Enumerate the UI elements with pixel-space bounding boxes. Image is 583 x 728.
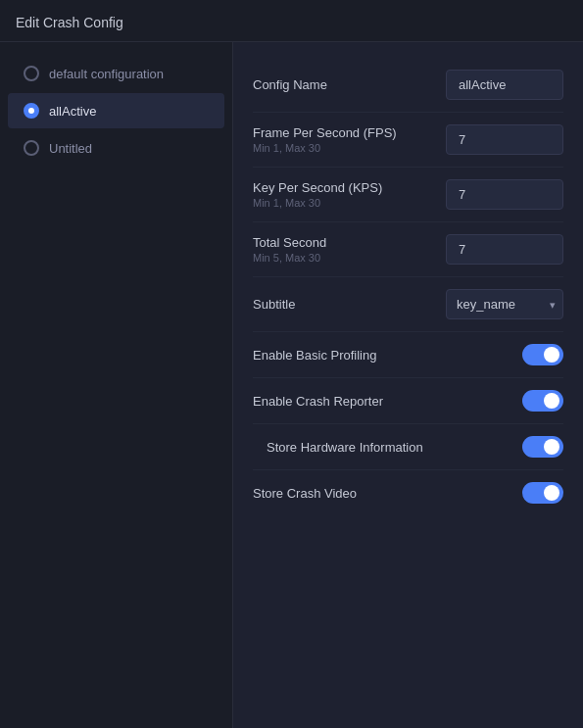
store-crash-video-toggle[interactable]	[522, 482, 563, 504]
kps-input[interactable]	[446, 179, 563, 210]
fps-input[interactable]	[446, 124, 563, 155]
content-panel: Config Name Frame Per Second (FPS) Min 1…	[233, 42, 583, 728]
kps-row: Key Per Second (KPS) Min 1, Max 30	[253, 168, 563, 222]
kps-label: Key Per Second (KPS) Min 1, Max 30	[253, 180, 446, 209]
subtitle-select[interactable]: key_name none custom	[446, 289, 563, 319]
store-hardware-row: Store Hardware Information	[253, 424, 563, 470]
subtitle-label: Subtitle	[253, 297, 446, 312]
radio-default	[24, 66, 39, 81]
toggle-slider-crash-reporter	[522, 390, 563, 412]
main-layout: default configuration allActive Untitled…	[0, 42, 583, 728]
enable-crash-reporter-row: Enable Crash Reporter	[253, 378, 563, 424]
toggle-slider-crash-video	[522, 482, 563, 504]
radio-untitled	[24, 140, 39, 156]
enable-crash-reporter-toggle[interactable]	[522, 390, 563, 412]
enable-basic-profiling-row: Enable Basic Profiling	[253, 332, 563, 378]
sidebar-item-allactive[interactable]: allActive	[8, 93, 224, 128]
sidebar-item-label-allactive: allActive	[49, 104, 96, 119]
sidebar: default configuration allActive Untitled	[0, 42, 233, 728]
enable-crash-reporter-label: Enable Crash Reporter	[253, 394, 522, 409]
total-second-label: Total Second Min 5, Max 30	[253, 235, 446, 264]
header: Edit Crash Config	[0, 0, 583, 42]
config-name-label: Config Name	[253, 77, 446, 92]
radio-allactive	[24, 103, 39, 119]
total-second-input[interactable]	[446, 234, 563, 265]
fps-label: Frame Per Second (FPS) Min 1, Max 30	[253, 125, 446, 154]
store-hardware-toggle[interactable]	[522, 436, 563, 458]
sidebar-item-label-untitled: Untitled	[49, 141, 92, 156]
toggle-slider-hardware	[522, 436, 563, 458]
store-crash-video-row: Store Crash Video	[253, 470, 563, 515]
subtitle-select-wrapper: key_name none custom ▾	[446, 289, 563, 319]
fps-row: Frame Per Second (FPS) Min 1, Max 30	[253, 113, 563, 168]
config-name-row: Config Name	[253, 58, 563, 113]
store-crash-video-label: Store Crash Video	[253, 486, 522, 501]
toggle-slider-basic	[522, 344, 563, 365]
sidebar-item-default[interactable]: default configuration	[8, 56, 224, 91]
sidebar-item-untitled[interactable]: Untitled	[8, 130, 224, 166]
total-second-row: Total Second Min 5, Max 30	[253, 222, 563, 277]
subtitle-row: Subtitle key_name none custom ▾	[253, 277, 563, 332]
enable-basic-profiling-toggle[interactable]	[522, 344, 563, 365]
enable-basic-profiling-label: Enable Basic Profiling	[253, 348, 522, 363]
store-hardware-label: Store Hardware Information	[267, 440, 522, 455]
config-name-input[interactable]	[446, 70, 563, 100]
sidebar-item-label-default: default configuration	[49, 67, 164, 81]
page-title: Edit Crash Config	[16, 15, 123, 30]
